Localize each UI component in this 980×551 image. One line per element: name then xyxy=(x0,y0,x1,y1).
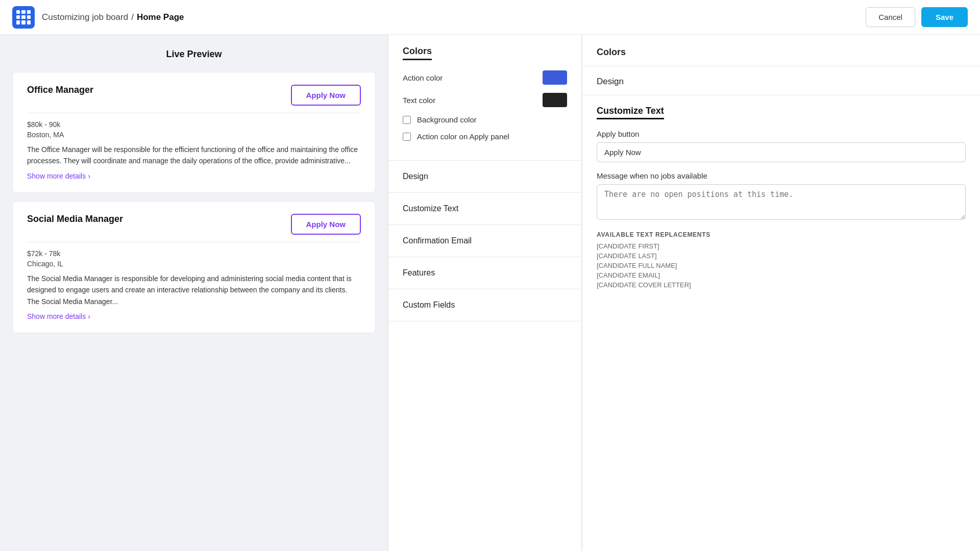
job-salary-2: $72k - 78k xyxy=(27,249,361,258)
right-design-header: Design xyxy=(582,66,980,95)
replacement-2: [CANDIDATE FULL NAME] xyxy=(597,262,966,269)
main-layout: Live Preview Office Manager Apply Now $8… xyxy=(0,35,980,551)
job-title-1: Office Manager xyxy=(27,85,93,95)
job-location-1: Boston, MA xyxy=(27,131,361,139)
job-card-2: Social Media Manager Apply Now $72k - 78… xyxy=(12,201,376,333)
bg-color-label: Background color xyxy=(417,115,477,124)
preview-panel: Live Preview Office Manager Apply Now $8… xyxy=(0,35,388,551)
right-customize-header: Customize Text xyxy=(582,95,980,119)
breadcrumb: Customizing job board / Home Page xyxy=(42,12,184,22)
breadcrumb-prefix: Customizing job board xyxy=(42,12,128,22)
show-more-1[interactable]: Show more details › xyxy=(27,172,90,180)
no-jobs-textarea[interactable] xyxy=(597,184,966,220)
custom-fields-label: Custom Fields xyxy=(403,300,455,309)
text-color-swatch[interactable] xyxy=(543,93,567,107)
logo-icon xyxy=(12,6,35,29)
job-card-1: Office Manager Apply Now $80k - 90k Bost… xyxy=(12,72,376,193)
chevron-right-icon-1: › xyxy=(88,172,90,180)
right-colors-title: Colors xyxy=(597,47,626,57)
job-card-2-header: Social Media Manager Apply Now xyxy=(27,214,361,235)
right-design-label: Design xyxy=(597,77,624,86)
bg-color-row: Background color xyxy=(403,115,567,124)
replacements-list: [CANDIDATE FIRST] [CANDIDATE LAST] [CAND… xyxy=(597,242,966,289)
right-panel-inner: Colors Design Customize Text Apply butto… xyxy=(582,35,980,301)
colors-section: Colors Action color Text color Backgroun… xyxy=(388,35,581,161)
action-color-swatch[interactable] xyxy=(543,70,567,85)
show-more-2[interactable]: Show more details › xyxy=(27,312,90,320)
apply-button-1[interactable]: Apply Now xyxy=(291,85,361,106)
action-apply-row: Action color on Apply panel xyxy=(403,132,567,141)
replacement-3: [CANDIDATE EMAIL] xyxy=(597,271,966,279)
apply-button-2[interactable]: Apply Now xyxy=(291,214,361,235)
confirmation-email-label: Confirmation Email xyxy=(403,236,472,245)
job-desc-1: The Office Manager will be responsible f… xyxy=(27,144,361,167)
custom-fields-section-item[interactable]: Custom Fields xyxy=(388,289,581,321)
text-color-label: Text color xyxy=(403,96,435,105)
replacement-0: [CANDIDATE FIRST] xyxy=(597,242,966,250)
preview-title: Live Preview xyxy=(12,49,376,60)
breadcrumb-page: Home Page xyxy=(137,12,184,22)
customize-text-label: Customize Text xyxy=(403,204,458,213)
apply-button-field-label: Apply button xyxy=(597,130,966,138)
action-color-row: Action color xyxy=(403,70,567,85)
job-desc-2: The Social Media Manager is responsible … xyxy=(27,273,361,307)
job-location-2: Chicago, IL xyxy=(27,260,361,268)
design-label: Design xyxy=(403,172,428,181)
job-title-2: Social Media Manager xyxy=(27,214,123,224)
colors-section-title: Colors xyxy=(403,46,432,60)
right-colors-header: Colors xyxy=(582,35,980,66)
no-jobs-field-label: Message when no jobs available xyxy=(597,171,966,180)
right-customize-content: Apply button Message when no jobs availa… xyxy=(582,119,980,301)
right-customize-title: Customize Text xyxy=(597,106,664,119)
features-section-item[interactable]: Features xyxy=(388,257,581,289)
action-apply-label: Action color on Apply panel xyxy=(417,132,509,141)
chevron-right-icon-2: › xyxy=(88,312,90,320)
cancel-button[interactable]: Cancel xyxy=(866,7,915,27)
breadcrumb-separator: / xyxy=(131,12,134,22)
job-card-1-header: Office Manager Apply Now xyxy=(27,85,361,106)
header: Customizing job board / Home Page Cancel… xyxy=(0,0,980,35)
header-actions: Cancel Save xyxy=(866,7,968,27)
text-color-row: Text color xyxy=(403,93,567,107)
save-button[interactable]: Save xyxy=(921,7,968,27)
action-color-label: Action color xyxy=(403,73,443,82)
confirmation-email-section-item[interactable]: Confirmation Email xyxy=(388,225,581,257)
middle-panel: Colors Action color Text color Backgroun… xyxy=(388,35,582,551)
replacement-1: [CANDIDATE LAST] xyxy=(597,252,966,260)
action-apply-checkbox[interactable] xyxy=(403,133,411,141)
replacements-title: AVAILABLE TEXT REPLACEMENTS xyxy=(597,231,966,238)
bg-color-checkbox[interactable] xyxy=(403,116,411,124)
apply-button-input[interactable] xyxy=(597,142,966,162)
header-left: Customizing job board / Home Page xyxy=(12,6,184,29)
replacement-4: [CANDIDATE COVER LETTER] xyxy=(597,281,966,289)
job-salary-1: $80k - 90k xyxy=(27,120,361,129)
customize-text-section-item[interactable]: Customize Text xyxy=(388,193,581,225)
design-section-item[interactable]: Design xyxy=(388,161,581,193)
features-label: Features xyxy=(403,268,435,277)
right-panel: Colors Design Customize Text Apply butto… xyxy=(582,35,980,551)
